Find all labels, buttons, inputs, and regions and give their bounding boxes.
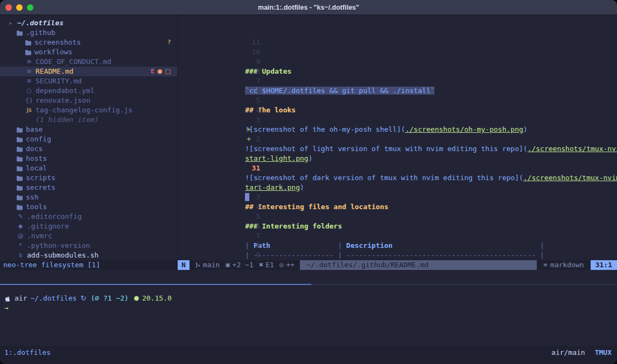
nvim-windows: ▸ ~/.dotfiles .github <box>0 15 617 260</box>
minimize-button[interactable] <box>16 4 23 11</box>
diff-icon: ▣ <box>225 260 230 270</box>
git-paren-close: ) <box>124 294 129 302</box>
git-icon: ◆ <box>16 222 25 231</box>
tree-item-dependabot[interactable]: ○ dependabot.yml <box>0 86 177 96</box>
tree-item-config[interactable]: config <box>0 134 177 144</box>
diagnostic-error-badge: E <box>151 67 155 76</box>
tree-item-label: dependabot.yml <box>36 86 95 96</box>
hidden-items-note[interactable]: (1 hidden item) <box>0 115 177 125</box>
js-icon: js <box>25 105 33 115</box>
tree-item-screenshots[interactable]: screenshots ? <box>0 38 177 47</box>
tree-item-editorconfig[interactable]: ✎ .editorconfig <box>0 212 177 222</box>
window-controls <box>5 0 33 15</box>
diagnostics: ✖ E1 <box>259 260 274 270</box>
zoom-button[interactable] <box>27 4 33 11</box>
tree-item-secrets[interactable]: secrets <box>0 183 177 192</box>
tree-item-label: tools <box>26 202 47 212</box>
tmux-window-1[interactable]: 1:.dotfiles <box>4 348 51 358</box>
diff-counts: +2 ~1 <box>233 260 254 270</box>
folder-icon <box>16 137 23 142</box>
prompt-arrow: → <box>4 303 9 313</box>
folder-icon <box>25 40 32 46</box>
tree-item-renovate[interactable]: {} renovate.json <box>0 96 177 105</box>
tree-item-readme[interactable]: ≡ README.md E●□ <box>0 67 177 76</box>
tree-item-add-submodules[interactable]: $ add-submodules.sh <box>0 251 177 260</box>
tree-item-label: ~/.dotfiles <box>17 18 64 28</box>
node-version: 20.15.0 <box>142 294 172 303</box>
editor-pane[interactable]: 11 ### Updates 10 <box>178 15 617 260</box>
syntax-segment: | <box>334 241 346 249</box>
syntax-segment: ![screenshot of the oh-my-posh shell]( <box>245 125 405 133</box>
shell-input-line[interactable]: → <box>0 303 617 313</box>
shell-pane[interactable]: air ~/.dotfiles ↻ (⌀ ?1 ~2) 20.15.0 → <box>0 289 617 346</box>
nvim-pane: ▸ ~/.dotfiles .github <box>0 15 617 270</box>
tree-item-scripts[interactable]: scripts <box>0 173 177 183</box>
neo-tree-statusline: neo-tree filesystem [1] <box>0 260 178 270</box>
tree-item-label: CODE_OF_CONDUCT.md <box>36 57 111 67</box>
prompt-host: air <box>15 294 27 303</box>
tree-item-workflows[interactable]: workflows <box>0 47 177 57</box>
tree-root[interactable]: ▸ ~/.dotfiles <box>0 18 177 28</box>
folder-icon <box>25 49 32 55</box>
pane-divider[interactable] <box>0 280 617 289</box>
folder-icon <box>16 185 23 191</box>
modified-icon: ◎ <box>279 260 284 270</box>
markdown-icon: ≡ <box>25 57 33 67</box>
git-untracked-badge: ? <box>167 38 171 47</box>
git-branch-icon <box>195 262 201 268</box>
node-icon <box>134 295 139 302</box>
diagnostics-count: E1 <box>265 260 274 270</box>
pane-divider-active <box>0 284 311 285</box>
folder-icon <box>16 156 23 162</box>
syntax-segment: `cd $HOME/.dotfiles && git pull && ./ins… <box>245 87 434 95</box>
tree-item-docs[interactable]: docs <box>0 144 177 154</box>
branch-name: main <box>203 260 220 270</box>
tmux-badge: TMUX <box>595 348 612 358</box>
tree-item-tag-changelog[interactable]: js tag-changelog-config.js <box>0 105 177 115</box>
tree-item-local[interactable]: local <box>0 163 177 173</box>
markdown-icon: ≡ <box>543 260 548 270</box>
tree-item-python-version[interactable]: * .python-version <box>0 241 177 251</box>
python-icon: * <box>16 241 25 251</box>
tree-item-github[interactable]: .github <box>0 28 177 38</box>
editor-line: 11 ### Updates <box>178 18 617 28</box>
git-sign: ~ <box>245 105 252 115</box>
tree-item-label: SECURITY.md <box>36 76 82 86</box>
statusline-row: neo-tree filesystem [1] N main ▣ +2 ~1 ✖… <box>0 260 617 270</box>
editorconfig-icon: ✎ <box>16 212 25 222</box>
git-modified-badge: ● <box>157 67 163 76</box>
cmdline <box>0 270 617 280</box>
syntax-segment: ![screenshot of light version of tmux wi… <box>245 145 527 153</box>
tree-item-label: secrets <box>26 183 55 192</box>
tree-item-nvmrc[interactable]: @ .nvmrc <box>0 231 177 241</box>
close-button[interactable] <box>5 4 12 11</box>
tree-item-label: .editorconfig <box>27 212 82 222</box>
git-sign: + <box>245 134 252 144</box>
folder-icon <box>16 127 23 133</box>
tree-item-gitignore[interactable]: ◆ .gitignore <box>0 222 177 231</box>
diagnostics-error-icon: ✖ <box>259 260 263 270</box>
tree-item-tools[interactable]: tools <box>0 202 177 212</box>
tmux-statusbar-right: air/main TMUX <box>551 348 612 358</box>
dependabot-icon: ○ <box>25 86 33 96</box>
syntax-segment <box>392 241 536 249</box>
tree-item-code-of-conduct[interactable]: ≡ CODE_OF_CONDUCT.md <box>0 57 177 67</box>
tree-item-hosts[interactable]: hosts <box>0 154 177 163</box>
tree-item-badges: E●□ <box>151 67 171 76</box>
neo-tree-sidebar: ▸ ~/.dotfiles .github <box>0 15 178 260</box>
syntax-segment: ./screenshots/oh-my-posh.png <box>405 125 523 133</box>
tree-item-label: workflows <box>34 47 72 57</box>
sync-icon: ↻ <box>81 294 87 303</box>
syntax-segment: | <box>334 251 346 259</box>
tree-item-security[interactable]: ≡ SECURITY.md <box>0 76 177 86</box>
folder-icon <box>16 175 23 181</box>
json-icon: {} <box>25 96 33 105</box>
tree-item-label: add-submodules.sh <box>27 251 99 260</box>
git-status-segment: (⌀ ?1 ~2) <box>90 294 128 303</box>
tree-item-ssh[interactable]: ssh <box>0 192 177 202</box>
tree-item-label: docs <box>26 144 43 154</box>
tree-item-base[interactable]: base <box>0 125 177 134</box>
tree-item-label: (1 hidden item) <box>36 115 99 125</box>
markdown-icon: ≡ <box>25 67 33 76</box>
git-unstaged-badge: □ <box>165 67 171 76</box>
